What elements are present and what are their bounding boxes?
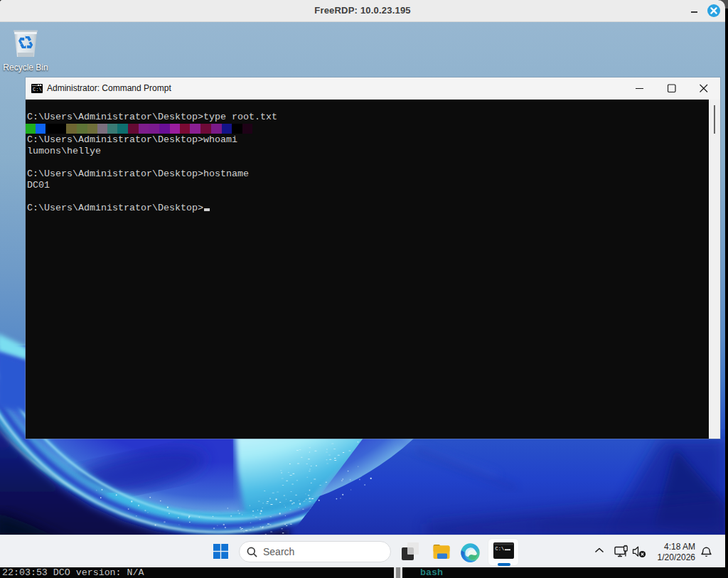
svg-text:C:\: C:\ (496, 546, 505, 552)
